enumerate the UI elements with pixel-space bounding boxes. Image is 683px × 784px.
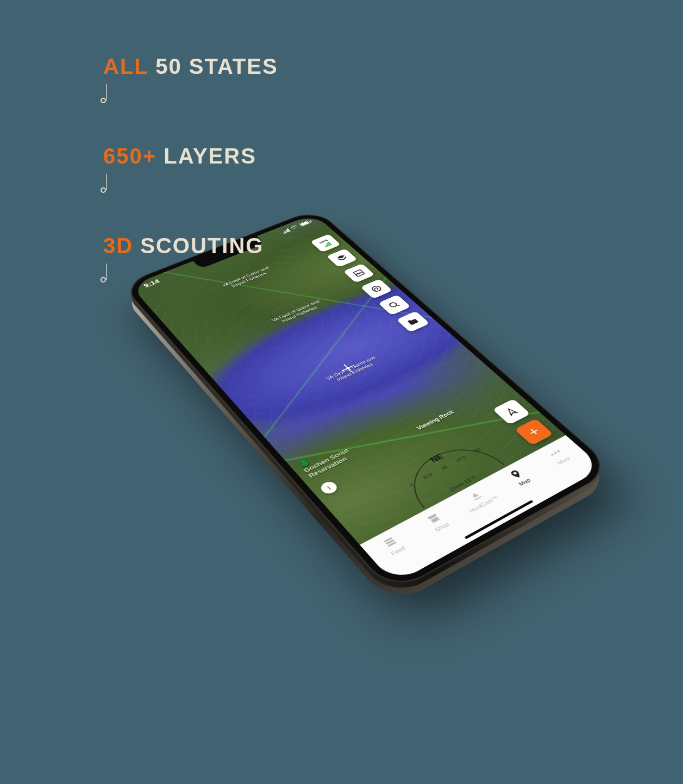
huntcast-icon (466, 488, 486, 504)
wifi-icon (290, 225, 299, 230)
tab-map[interactable]: Map (492, 459, 547, 495)
callout-leader-dot (101, 187, 106, 193)
home-indicator[interactable] (464, 500, 534, 539)
wind-button[interactable] (360, 279, 392, 299)
callout-leader-line (106, 264, 107, 280)
callout-rest: SCOUTING (140, 234, 264, 258)
svg-point-6 (556, 450, 560, 453)
callout-leader-dot (101, 277, 106, 283)
map-park-label: 🌲 Goshen Scout Reservation (297, 441, 355, 479)
gps-button[interactable]: GPS (310, 234, 341, 253)
tab-label: Feed (390, 545, 407, 557)
tab-label: HuntCast™ (468, 494, 499, 513)
info-button[interactable]: i (318, 480, 340, 496)
compass-ticks: 0 22.5 45 67.5 90 (403, 444, 487, 490)
tree-icon: 🌲 (297, 441, 346, 469)
more-icon (546, 446, 565, 460)
map-agency-label: VA Dept of Game and Inland Fisheries (271, 299, 324, 326)
tab-shop[interactable]: Shop (408, 503, 466, 541)
svg-point-5 (554, 452, 557, 455)
callout-leader-line (106, 174, 107, 190)
tab-label: Map (517, 477, 532, 487)
zoom-level-label: Zoom 12.7 (448, 475, 477, 492)
callout-leader-dot (101, 98, 106, 103)
compass-arrow-icon (503, 406, 520, 418)
callout-rest: 50 STATES (155, 54, 278, 78)
battery-icon (299, 220, 311, 227)
tab-label: Shop (433, 521, 450, 532)
search-button[interactable] (378, 294, 411, 315)
callout-accent: 3D (103, 234, 133, 258)
info-icon: i (325, 484, 333, 491)
callout-accent: 650+ (103, 144, 156, 168)
feed-icon (380, 534, 400, 550)
search-icon (386, 300, 402, 310)
layers-button[interactable] (327, 248, 358, 267)
map-pin-icon (506, 467, 527, 481)
callout-all-50-states: ALL 50 STATES (103, 54, 278, 79)
callout-leader-line (106, 84, 107, 101)
callout-accent: ALL (103, 54, 148, 78)
cellular-signal-icon (280, 228, 290, 234)
tab-feed[interactable]: Feed (364, 525, 422, 565)
wind-spiral-icon (369, 284, 384, 294)
map-tool-stack: GPS (310, 234, 430, 333)
tab-label: More (556, 455, 572, 466)
marketing-callouts: ALL 50 STATES 650+ LAYERS 3D SCOUTING (103, 54, 278, 323)
basemap-button[interactable] (343, 264, 374, 283)
picture-icon (352, 268, 367, 278)
layers-icon (334, 253, 350, 263)
tab-huntcast[interactable]: HuntCast™ (450, 481, 506, 518)
bottom-tab-bar: Feed Shop HuntCast™ (360, 435, 603, 584)
compass-widget[interactable]: NE 0 22.5 45 67.5 90 Zoom 12.7 (394, 436, 506, 510)
status-indicators (280, 219, 312, 235)
folder-icon (405, 316, 421, 327)
plus-icon: + (524, 424, 544, 440)
recenter-button[interactable] (492, 399, 530, 425)
svg-point-4 (550, 454, 554, 456)
compass-direction: NE (429, 453, 446, 464)
add-marker-button[interactable]: + (515, 418, 554, 446)
map-agency-label: VA Dept of Game and Inland Fisheries (325, 355, 380, 385)
callout-3d-scouting: 3D SCOUTING (103, 234, 278, 258)
callout-rest: LAYERS (164, 144, 256, 168)
callout-layers: 650+ LAYERS (103, 144, 278, 168)
tab-more[interactable]: More (531, 439, 585, 474)
map-float-stack: + (492, 399, 553, 446)
compass-arc (406, 444, 506, 510)
folders-button[interactable] (396, 311, 430, 332)
svg-point-2 (389, 302, 398, 308)
map-poi-label: Viewing Rock (416, 409, 456, 431)
shop-icon (423, 511, 444, 526)
